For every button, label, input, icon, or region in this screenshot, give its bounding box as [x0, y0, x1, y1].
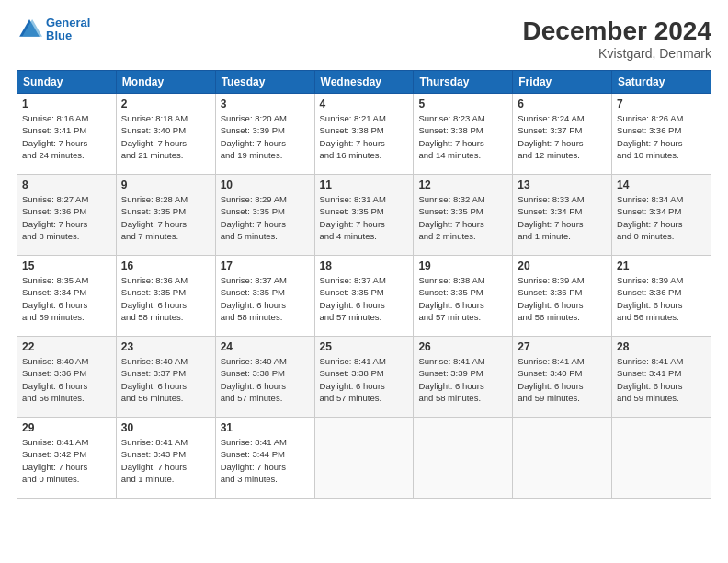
- day-number: 23: [121, 340, 210, 353]
- calendar-week-row: 29Sunrise: 8:41 AM Sunset: 3:42 PM Dayli…: [17, 418, 711, 499]
- day-info: Sunrise: 8:37 AM Sunset: 3:35 PM Dayligh…: [221, 274, 310, 323]
- calendar-cell: 9Sunrise: 8:28 AM Sunset: 3:35 PM Daylig…: [116, 175, 215, 256]
- day-number: 22: [22, 340, 111, 353]
- col-header-friday: Friday: [513, 71, 612, 94]
- day-number: 1: [22, 98, 111, 110]
- day-number: 2: [121, 98, 210, 110]
- logo-blue: Blue: [46, 29, 72, 42]
- day-number: 12: [418, 178, 507, 191]
- day-info: Sunrise: 8:27 AM Sunset: 3:36 PM Dayligh…: [22, 193, 111, 242]
- day-info: Sunrise: 8:35 AM Sunset: 3:34 PM Dayligh…: [22, 274, 111, 323]
- calendar-cell: 10Sunrise: 8:29 AM Sunset: 3:35 PM Dayli…: [215, 175, 314, 256]
- day-number: 11: [320, 178, 409, 191]
- col-header-saturday: Saturday: [612, 71, 711, 94]
- calendar-cell: 7Sunrise: 8:26 AM Sunset: 3:36 PM Daylig…: [612, 94, 711, 175]
- calendar-table: SundayMondayTuesdayWednesdayThursdayFrid…: [17, 70, 711, 499]
- day-number: 10: [221, 178, 310, 191]
- day-info: Sunrise: 8:41 AM Sunset: 3:38 PM Dayligh…: [320, 355, 409, 404]
- calendar-cell: 28Sunrise: 8:41 AM Sunset: 3:41 PM Dayli…: [612, 337, 711, 418]
- day-number: 31: [221, 421, 310, 434]
- col-header-wednesday: Wednesday: [314, 71, 414, 94]
- day-info: Sunrise: 8:41 AM Sunset: 3:43 PM Dayligh…: [121, 436, 210, 485]
- col-header-tuesday: Tuesday: [215, 71, 314, 94]
- day-number: 5: [418, 98, 507, 110]
- day-info: Sunrise: 8:41 AM Sunset: 3:39 PM Dayligh…: [418, 355, 507, 404]
- day-info: Sunrise: 8:16 AM Sunset: 3:41 PM Dayligh…: [22, 112, 111, 161]
- calendar-cell: 11Sunrise: 8:31 AM Sunset: 3:35 PM Dayli…: [314, 175, 414, 256]
- calendar-cell: [513, 418, 612, 499]
- day-info: Sunrise: 8:18 AM Sunset: 3:40 PM Dayligh…: [121, 112, 210, 161]
- calendar-cell: 19Sunrise: 8:38 AM Sunset: 3:35 PM Dayli…: [414, 256, 513, 337]
- subtitle: Kvistgard, Denmark: [523, 46, 711, 61]
- logo: General Blue: [17, 17, 90, 43]
- day-number: 14: [617, 178, 706, 191]
- calendar-cell: 21Sunrise: 8:39 AM Sunset: 3:36 PM Dayli…: [612, 256, 711, 337]
- day-number: 28: [617, 340, 706, 353]
- logo-text: General Blue: [46, 17, 90, 43]
- day-number: 20: [518, 259, 607, 272]
- day-number: 7: [617, 98, 706, 110]
- day-number: 4: [320, 98, 409, 110]
- day-number: 26: [418, 340, 507, 353]
- calendar-header-row: SundayMondayTuesdayWednesdayThursdayFrid…: [17, 71, 711, 94]
- calendar-week-row: 22Sunrise: 8:40 AM Sunset: 3:36 PM Dayli…: [17, 337, 711, 418]
- day-number: 19: [418, 259, 507, 272]
- calendar-cell: 25Sunrise: 8:41 AM Sunset: 3:38 PM Dayli…: [314, 337, 414, 418]
- day-number: 15: [22, 259, 111, 272]
- calendar-cell: 15Sunrise: 8:35 AM Sunset: 3:34 PM Dayli…: [17, 256, 117, 337]
- calendar-cell: 27Sunrise: 8:41 AM Sunset: 3:40 PM Dayli…: [513, 337, 612, 418]
- calendar-cell: 2Sunrise: 8:18 AM Sunset: 3:40 PM Daylig…: [116, 94, 215, 175]
- calendar-cell: [612, 418, 711, 499]
- calendar-cell: 16Sunrise: 8:36 AM Sunset: 3:35 PM Dayli…: [116, 256, 215, 337]
- day-number: 18: [320, 259, 409, 272]
- page: General Blue December 2024 Kvistgard, De…: [0, 0, 728, 508]
- calendar-cell: 4Sunrise: 8:21 AM Sunset: 3:38 PM Daylig…: [314, 94, 414, 175]
- col-header-monday: Monday: [116, 71, 215, 94]
- day-info: Sunrise: 8:21 AM Sunset: 3:38 PM Dayligh…: [320, 112, 409, 161]
- day-number: 29: [22, 421, 111, 434]
- day-info: Sunrise: 8:40 AM Sunset: 3:37 PM Dayligh…: [121, 355, 210, 404]
- main-title: December 2024: [523, 17, 711, 46]
- day-info: Sunrise: 8:33 AM Sunset: 3:34 PM Dayligh…: [518, 193, 607, 242]
- day-number: 8: [22, 178, 111, 191]
- day-number: 27: [518, 340, 607, 353]
- day-info: Sunrise: 8:39 AM Sunset: 3:36 PM Dayligh…: [518, 274, 607, 323]
- day-info: Sunrise: 8:41 AM Sunset: 3:41 PM Dayligh…: [617, 355, 706, 404]
- calendar-cell: 12Sunrise: 8:32 AM Sunset: 3:35 PM Dayli…: [414, 175, 513, 256]
- day-number: 21: [617, 259, 706, 272]
- day-info: Sunrise: 8:41 AM Sunset: 3:40 PM Dayligh…: [518, 355, 607, 404]
- calendar-cell: 29Sunrise: 8:41 AM Sunset: 3:42 PM Dayli…: [17, 418, 117, 499]
- day-info: Sunrise: 8:39 AM Sunset: 3:36 PM Dayligh…: [617, 274, 706, 323]
- day-info: Sunrise: 8:40 AM Sunset: 3:36 PM Dayligh…: [22, 355, 111, 404]
- calendar-cell: 8Sunrise: 8:27 AM Sunset: 3:36 PM Daylig…: [17, 175, 117, 256]
- day-info: Sunrise: 8:29 AM Sunset: 3:35 PM Dayligh…: [221, 193, 310, 242]
- calendar-cell: 31Sunrise: 8:41 AM Sunset: 3:44 PM Dayli…: [215, 418, 314, 499]
- day-info: Sunrise: 8:23 AM Sunset: 3:38 PM Dayligh…: [418, 112, 507, 161]
- day-info: Sunrise: 8:41 AM Sunset: 3:44 PM Dayligh…: [221, 436, 310, 485]
- day-number: 13: [518, 178, 607, 191]
- calendar-cell: 30Sunrise: 8:41 AM Sunset: 3:43 PM Dayli…: [116, 418, 215, 499]
- logo-general: General: [46, 16, 90, 29]
- day-info: Sunrise: 8:32 AM Sunset: 3:35 PM Dayligh…: [418, 193, 507, 242]
- day-number: 17: [221, 259, 310, 272]
- day-info: Sunrise: 8:37 AM Sunset: 3:35 PM Dayligh…: [320, 274, 409, 323]
- title-block: December 2024 Kvistgard, Denmark: [523, 17, 711, 61]
- day-info: Sunrise: 8:38 AM Sunset: 3:35 PM Dayligh…: [418, 274, 507, 323]
- calendar-cell: 1Sunrise: 8:16 AM Sunset: 3:41 PM Daylig…: [17, 94, 117, 175]
- day-info: Sunrise: 8:28 AM Sunset: 3:35 PM Dayligh…: [121, 193, 210, 242]
- calendar-cell: 6Sunrise: 8:24 AM Sunset: 3:37 PM Daylig…: [513, 94, 612, 175]
- day-number: 30: [121, 421, 210, 434]
- calendar-cell: [414, 418, 513, 499]
- header: General Blue December 2024 Kvistgard, De…: [17, 17, 711, 61]
- day-info: Sunrise: 8:40 AM Sunset: 3:38 PM Dayligh…: [221, 355, 310, 404]
- day-info: Sunrise: 8:31 AM Sunset: 3:35 PM Dayligh…: [320, 193, 409, 242]
- day-info: Sunrise: 8:34 AM Sunset: 3:34 PM Dayligh…: [617, 193, 706, 242]
- calendar-cell: 26Sunrise: 8:41 AM Sunset: 3:39 PM Dayli…: [414, 337, 513, 418]
- day-number: 6: [518, 98, 607, 110]
- day-info: Sunrise: 8:24 AM Sunset: 3:37 PM Dayligh…: [518, 112, 607, 161]
- calendar-cell: 23Sunrise: 8:40 AM Sunset: 3:37 PM Dayli…: [116, 337, 215, 418]
- calendar-cell: 5Sunrise: 8:23 AM Sunset: 3:38 PM Daylig…: [414, 94, 513, 175]
- calendar-cell: 20Sunrise: 8:39 AM Sunset: 3:36 PM Dayli…: [513, 256, 612, 337]
- calendar-cell: 17Sunrise: 8:37 AM Sunset: 3:35 PM Dayli…: [215, 256, 314, 337]
- calendar-cell: 14Sunrise: 8:34 AM Sunset: 3:34 PM Dayli…: [612, 175, 711, 256]
